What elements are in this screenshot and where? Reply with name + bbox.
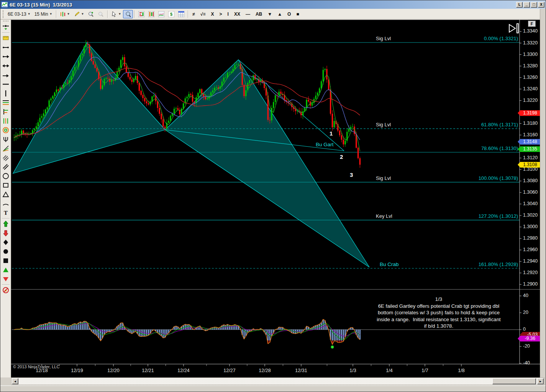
- zoom-in-icon: [88, 11, 94, 17]
- main-toolbar: 6E 03-13▼ 15 Min▼ ▼ ▼ ▼ $ ≠√≡X>IXX—AB▼▲O…: [0, 9, 546, 20]
- scrollbar-thumb[interactable]: [492, 378, 536, 384]
- marker-button-I[interactable]: I: [225, 10, 231, 18]
- ray-line-tool[interactable]: [2, 52, 10, 61]
- andrews-pitchfork-icon: [2, 136, 10, 143]
- horizontal-line-icon: [2, 80, 10, 88]
- toolbar-separator: [107, 10, 108, 18]
- chart-trader-button[interactable]: [146, 10, 156, 18]
- triangle-up-marker-tool[interactable]: [2, 266, 10, 274]
- marker-button-O[interactable]: O: [285, 10, 293, 18]
- horizontal-line-tool[interactable]: [2, 80, 10, 88]
- market-analyzer-button[interactable]: [136, 10, 146, 18]
- toolbar-grip[interactable]: [3, 10, 4, 18]
- title-bar[interactable]: 6E 03-13 (15 Min) 1/3/2013 L _ □ X: [0, 0, 546, 9]
- line-segment-tool[interactable]: [2, 43, 10, 52]
- dot-marker-icon: [2, 248, 10, 255]
- marker-button-√≡[interactable]: √≡: [198, 10, 208, 18]
- marker-button-X[interactable]: X: [208, 10, 217, 18]
- fibonacci-retracement-tool[interactable]: [2, 98, 10, 107]
- zoom-out-icon: [98, 11, 104, 17]
- status-bar: [0, 385, 546, 392]
- ray-line-icon: [2, 53, 10, 60]
- rectangle-tool[interactable]: [2, 181, 10, 189]
- pencil-icon: [74, 11, 80, 17]
- indicators-button[interactable]: [156, 10, 166, 18]
- cursor-icon: [111, 11, 117, 17]
- square-marker-tool[interactable]: [2, 256, 10, 265]
- toolbar-separator: [56, 10, 56, 18]
- magnifier-tool-button[interactable]: [123, 10, 133, 18]
- table-icon: [178, 11, 184, 17]
- window-right-border: [540, 9, 546, 377]
- hatch-channel-icon: [2, 154, 10, 162]
- ellipse-tool[interactable]: [2, 172, 10, 180]
- ellipse-icon: [2, 172, 10, 180]
- line-segment-icon: [2, 44, 10, 51]
- fixed-scale-button[interactable]: F: [528, 21, 536, 27]
- square-marker-icon: [2, 257, 10, 265]
- marker-button-▲[interactable]: ▲: [275, 10, 285, 18]
- candlestick-icon: [60, 11, 66, 17]
- rail-grip[interactable]: [3, 21, 8, 22]
- triangle-tool[interactable]: [2, 190, 10, 199]
- marker-button-—[interactable]: —: [243, 10, 253, 18]
- arrow-line-tool[interactable]: [2, 71, 10, 79]
- fibonacci-circle-icon: [2, 126, 10, 134]
- draw-button[interactable]: ▼: [72, 10, 86, 18]
- interval-selector[interactable]: 15 Min▼: [33, 10, 54, 18]
- ruler-tool[interactable]: [2, 34, 10, 42]
- gann-fan-tool[interactable]: [2, 144, 10, 153]
- zoom-in-button[interactable]: [86, 10, 96, 18]
- extended-line-tool[interactable]: [2, 62, 10, 70]
- marker-button->[interactable]: >: [217, 10, 225, 18]
- eraser-icon: [2, 286, 10, 294]
- close-button[interactable]: X: [538, 2, 544, 8]
- chevron-down-icon: ▼: [28, 12, 31, 16]
- parallel-lines-tool[interactable]: [2, 163, 10, 171]
- arrow-down-marker-tool[interactable]: [2, 229, 10, 237]
- dollar-icon: $: [168, 11, 174, 17]
- triangle-down-marker-tool[interactable]: [2, 275, 10, 283]
- cursor-button[interactable]: ▼: [109, 10, 123, 18]
- drawing-toolbar: T: [0, 20, 11, 377]
- zoom-out-button[interactable]: [96, 10, 106, 18]
- horizontal-scrollbar[interactable]: ◄ ►: [11, 377, 544, 385]
- chart-plot-area[interactable]: F 1/36E failed Gartley offers potential …: [11, 20, 541, 377]
- data-grid-button[interactable]: [176, 10, 186, 18]
- eraser-tool[interactable]: [2, 286, 10, 294]
- arc-tool[interactable]: [2, 199, 10, 208]
- price-chart-svg: [11, 20, 541, 377]
- diamond-marker-tool[interactable]: [2, 238, 10, 247]
- marker-button-■[interactable]: ■: [293, 10, 302, 18]
- fibonacci-time-tool[interactable]: [2, 117, 10, 125]
- fibonacci-circle-tool[interactable]: [2, 126, 10, 134]
- toolbar-separator: [188, 10, 188, 18]
- region-select-tool[interactable]: [2, 23, 10, 31]
- chevron-down-icon: ▼: [49, 12, 52, 16]
- bars-panel-icon: [138, 11, 144, 17]
- instrument-selector[interactable]: 6E 03-13▼: [6, 10, 33, 18]
- arrow-up-marker-tool[interactable]: [2, 220, 10, 228]
- scroll-left-button[interactable]: ◄: [12, 378, 18, 384]
- hatch-channel-tool[interactable]: [2, 154, 10, 162]
- marker-button-XX[interactable]: XX: [231, 10, 243, 18]
- strategies-button[interactable]: $: [166, 10, 176, 18]
- fibonacci-extension-tool[interactable]: [2, 108, 10, 116]
- marker-button-▼[interactable]: ▼: [265, 10, 275, 18]
- andrews-pitchfork-tool[interactable]: [2, 135, 10, 144]
- maximize-button[interactable]: □: [531, 2, 537, 8]
- dot-marker-tool[interactable]: [2, 247, 10, 256]
- text-icon: T: [2, 209, 10, 217]
- indicator-lines-icon: [158, 11, 164, 17]
- extended-line-icon: [2, 62, 10, 70]
- vertical-line-tool[interactable]: [2, 89, 10, 98]
- fibonacci-extension-icon: [2, 108, 10, 116]
- link-button[interactable]: L: [516, 2, 523, 8]
- marker-button-≠[interactable]: ≠: [190, 10, 198, 18]
- svg-text:$: $: [170, 12, 172, 16]
- minimize-button[interactable]: _: [523, 2, 530, 8]
- chart-style-button[interactable]: ▼: [58, 10, 72, 18]
- scroll-right-button[interactable]: ►: [537, 378, 544, 384]
- text-tool[interactable]: T: [2, 209, 10, 217]
- marker-button-AB[interactable]: AB: [253, 10, 265, 18]
